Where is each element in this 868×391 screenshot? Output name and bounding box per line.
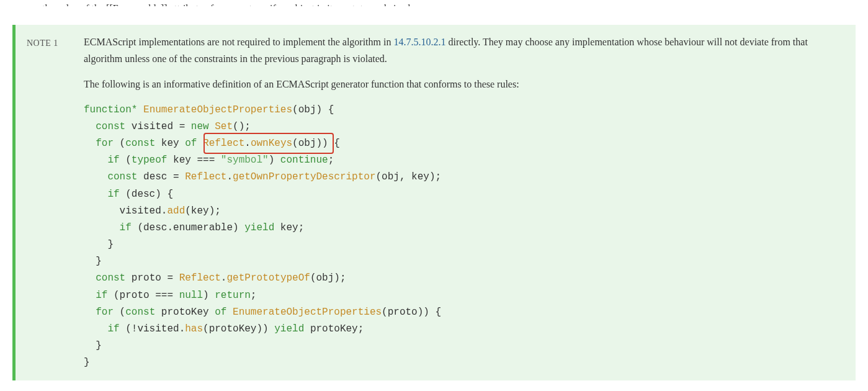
code-token: typeof	[132, 155, 168, 166]
code-token: (protoKey))	[203, 323, 274, 335]
code-token: return	[215, 290, 251, 301]
code-token	[84, 171, 107, 182]
code-token	[84, 189, 107, 200]
note-box: NOTE 1 ECMAScript implementations are no…	[12, 25, 856, 380]
code-token: )	[203, 290, 215, 301]
code-token: has	[185, 323, 203, 335]
code-token: const	[125, 307, 155, 318]
note-paragraph-2: The following is an informative definiti…	[84, 76, 844, 92]
code-token: of	[185, 138, 197, 149]
code-token: (proto)) {	[382, 307, 441, 318]
code-token: (obj);	[310, 272, 346, 284]
code-token: for	[96, 307, 114, 318]
code-token: (obj, key);	[376, 171, 442, 182]
code-token	[84, 290, 96, 301]
code-token: (	[120, 155, 132, 166]
code-token: "symbol"	[221, 155, 269, 166]
code-token: of	[215, 307, 226, 318]
code-block: function* EnumerateObjectProperties(obj)…	[84, 102, 844, 372]
code-token: desc =	[137, 171, 185, 182]
code-token: (desc) {	[120, 189, 173, 200]
code-token: (obj) {	[292, 104, 334, 115]
code-token: if	[96, 290, 107, 301]
code-token: ;	[251, 290, 257, 301]
code-token: .	[226, 171, 233, 182]
code-token: const	[96, 272, 125, 284]
code-token: protoKey	[155, 307, 215, 318]
code-token: new	[191, 121, 209, 132]
code-token: Set	[215, 121, 233, 132]
code-token	[84, 121, 96, 132]
code-token	[84, 323, 107, 335]
code-token: add	[167, 205, 185, 217]
code-token: key ===	[167, 155, 220, 166]
code-token: Reflect	[203, 138, 244, 149]
note-inner: NOTE 1 ECMAScript implementations are no…	[27, 34, 844, 372]
code-token: Reflect	[185, 171, 226, 182]
code-token	[137, 104, 143, 115]
code-token	[209, 121, 215, 132]
note-label: NOTE 1	[27, 34, 84, 51]
code-token: if	[107, 189, 119, 200]
code-token: (	[114, 307, 125, 318]
code-token: getOwnPropertyDescriptor	[233, 171, 375, 182]
code-token: (proto ===	[107, 290, 179, 301]
code-token	[84, 272, 96, 284]
code-token: if	[107, 155, 119, 166]
code-token: ();	[233, 121, 251, 132]
code-token: (!visited.	[120, 323, 186, 335]
note-text: ECMAScript implementations are not requi…	[84, 37, 393, 47]
code-token: getPrototypeOf	[226, 272, 310, 284]
code-token	[197, 138, 203, 149]
code-token	[226, 307, 233, 318]
prior-line: the value of the [[Enumerable]] attribut…	[42, 3, 438, 6]
code-token: (desc.enumerable)	[132, 222, 244, 233]
code-token: visited.	[84, 205, 167, 217]
code-token: protoKey;	[304, 323, 364, 335]
code-token: continue	[280, 155, 328, 166]
code-token: }	[84, 256, 102, 267]
code-token: proto =	[125, 272, 179, 284]
code-token	[84, 155, 107, 166]
truncated-prior-text: the value of the [[Enumerable]] attribut…	[12, 0, 856, 6]
code-token: ;	[328, 155, 334, 166]
code-token: }	[84, 357, 90, 368]
code-token: (key);	[185, 205, 221, 217]
spec-link-14-7-5-10-2-1[interactable]: 14.7.5.10.2.1	[393, 37, 445, 47]
code-token: for	[96, 138, 114, 149]
code-token: .	[244, 138, 251, 149]
code-token: }	[84, 239, 114, 250]
code-token: }	[84, 340, 102, 351]
code-token: if	[120, 222, 132, 233]
code-token: EnumerateObjectProperties	[143, 104, 292, 115]
code-token: function*	[84, 104, 137, 115]
code-token: (obj)) {	[292, 138, 340, 149]
code-token: const	[107, 171, 137, 182]
code-token	[84, 138, 96, 149]
note-paragraph-1: ECMAScript implementations are not requi…	[84, 34, 844, 67]
code-token: )	[269, 155, 280, 166]
code-token: if	[107, 323, 119, 335]
code-token: ownKeys	[251, 138, 292, 149]
code-token: null	[179, 290, 203, 301]
code-token: (	[114, 138, 125, 149]
code-token: EnumerateObjectProperties	[233, 307, 382, 318]
code-token: yield	[274, 323, 304, 335]
code-token: key;	[274, 222, 304, 233]
code-token	[84, 222, 120, 233]
code-token: yield	[244, 222, 274, 233]
code-token: key	[155, 138, 185, 149]
code-token: const	[125, 138, 155, 149]
note-content: ECMAScript implementations are not requi…	[84, 34, 844, 372]
code-token: const	[96, 121, 125, 132]
code-token: visited =	[125, 121, 191, 132]
code-token	[84, 307, 96, 318]
code-token: Reflect	[179, 272, 221, 284]
